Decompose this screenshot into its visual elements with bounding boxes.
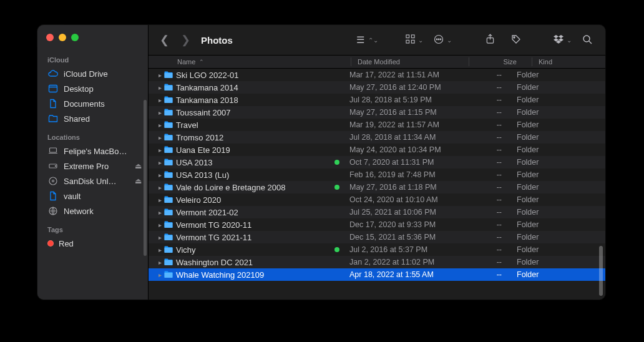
search-button[interactable] <box>577 34 598 46</box>
view-grid-button[interactable]: ⌄ <box>399 34 423 46</box>
sidebar-item[interactable]: Extreme Pro⏏ <box>37 159 148 173</box>
column-header-date[interactable]: Date Modified <box>358 58 469 66</box>
file-kind: Folder <box>517 158 605 167</box>
table-row[interactable]: ▸Toussaint 2007May 27, 2016 at 1:15 PM--… <box>149 106 605 119</box>
table-row[interactable]: ▸VichyJul 2, 2016 at 5:37 PM--Folder <box>149 243 605 256</box>
sidebar-item[interactable]: iCloud Drive <box>37 66 148 81</box>
table-row[interactable]: ▸Tankamana 2018Jul 28, 2018 at 5:19 PM--… <box>149 94 605 106</box>
table-row[interactable]: ▸Tromso 2012Jul 28, 2018 at 11:34 AM--Fo… <box>149 131 605 144</box>
maximize-button[interactable] <box>71 34 79 41</box>
desktop-icon <box>47 84 59 94</box>
sidebar-item[interactable]: Documents <box>37 96 148 111</box>
disclosure-triangle-icon[interactable]: ▸ <box>156 172 163 178</box>
folder-icon <box>163 132 176 142</box>
disclosure-triangle-icon[interactable]: ▸ <box>156 234 163 241</box>
table-row[interactable]: ▸USA 2013 (Lu)Feb 16, 2019 at 7:48 PM--F… <box>149 169 605 181</box>
sidebar-scrollbar[interactable] <box>144 100 147 256</box>
column-header-size[interactable]: Size <box>476 58 532 66</box>
file-date: Feb 16, 2019 at 7:48 PM <box>349 170 461 179</box>
dropbox-button[interactable]: ⌄ <box>548 35 572 46</box>
window-title: Photos <box>201 35 233 46</box>
disclosure-triangle-icon[interactable]: ▸ <box>156 84 163 91</box>
table-row[interactable]: ▸Veleiro 2020Oct 24, 2020 at 10:10 AM--F… <box>149 193 605 206</box>
sidebar-item[interactable]: Network <box>37 203 148 218</box>
disclosure-triangle-icon[interactable]: ▸ <box>156 122 163 129</box>
file-list[interactable]: ▸Ski LGO 2022-01Mar 17, 2022 at 11:51 AM… <box>149 69 605 300</box>
file-kind: Folder <box>517 233 605 242</box>
folder-icon <box>163 70 176 80</box>
table-row[interactable]: ▸Whale Watching 202109Apr 18, 2022 at 1:… <box>149 268 605 281</box>
sidebar: iCloudiCloud DriveDesktopDocumentsShared… <box>37 25 149 300</box>
sidebar-item[interactable]: Shared <box>37 111 148 126</box>
disclosure-triangle-icon[interactable]: ▸ <box>156 159 163 166</box>
tag-indicator-icon <box>334 160 339 165</box>
sidebar-section-label: iCloud <box>37 49 148 66</box>
action-menu-button[interactable]: ⌄ <box>428 34 452 46</box>
sidebar-item[interactable]: Red <box>37 236 148 251</box>
disclosure-triangle-icon[interactable]: ▸ <box>156 271 163 278</box>
folder-icon <box>163 120 176 130</box>
minimize-button[interactable] <box>59 34 66 41</box>
table-row[interactable]: ▸Uana Ete 2019May 24, 2020 at 10:34 PM--… <box>149 144 605 156</box>
disclosure-triangle-icon[interactable]: ▸ <box>156 209 163 216</box>
svg-point-14 <box>438 39 439 40</box>
disclosure-triangle-icon[interactable]: ▸ <box>156 109 163 116</box>
table-row[interactable]: ▸Tankamana 2014May 27, 2016 at 12:40 PM-… <box>149 81 605 94</box>
disclosure-triangle-icon[interactable]: ▸ <box>156 97 163 104</box>
eject-icon[interactable]: ⏏ <box>135 177 142 185</box>
file-size: -- <box>461 208 517 217</box>
eject-icon[interactable]: ⏏ <box>135 162 142 170</box>
ellipsis-circle-icon <box>428 34 449 46</box>
tags-button[interactable] <box>505 34 527 46</box>
file-kind: Folder <box>517 195 605 204</box>
sidebar-item[interactable]: Felipe's MacBo… <box>37 144 148 159</box>
close-button[interactable] <box>46 34 54 41</box>
disclosure-triangle-icon[interactable]: ▸ <box>156 184 163 191</box>
disclosure-triangle-icon[interactable]: ▸ <box>156 259 163 266</box>
globe-icon <box>47 206 59 216</box>
table-row[interactable]: ▸USA 2013Oct 7, 2020 at 11:31 PM--Folder <box>149 156 605 169</box>
table-row[interactable]: ▸Vale do Loire e Bretagne 2008May 27, 20… <box>149 181 605 193</box>
filelist-scrollbar[interactable] <box>599 246 603 296</box>
column-header-kind[interactable]: Kind <box>539 58 605 66</box>
file-name: Uana Ete 2019 <box>176 145 230 155</box>
sidebar-item[interactable]: Desktop <box>37 81 148 96</box>
file-date: Jul 28, 2018 at 5:19 PM <box>349 95 461 104</box>
sidebar-item-label: Felipe's MacBo… <box>64 147 142 156</box>
disclosure-triangle-icon[interactable]: ▸ <box>156 147 163 154</box>
table-row[interactable]: ▸Vermont TG 2021-11Dec 15, 2021 at 5:36 … <box>149 231 605 243</box>
file-date: Mar 19, 2022 at 11:57 AM <box>349 120 461 129</box>
table-row[interactable]: ▸Vermont 2021-02Jul 25, 2021 at 10:06 PM… <box>149 206 605 218</box>
disclosure-triangle-icon[interactable]: ▸ <box>156 247 163 253</box>
table-row[interactable]: ▸Washington DC 2021Jan 2, 2022 at 11:02 … <box>149 256 605 268</box>
file-kind: Folder <box>517 258 605 266</box>
disclosure-triangle-icon[interactable]: ▸ <box>156 197 163 203</box>
file-size: -- <box>461 133 517 142</box>
back-button[interactable]: ❮ <box>156 33 172 47</box>
file-name: Veleiro 2020 <box>176 195 221 205</box>
file-size: -- <box>461 183 517 192</box>
file-name: USA 2013 (Lu) <box>176 170 229 180</box>
sidebar-item[interactable]: vault <box>37 188 148 203</box>
column-header-name[interactable]: Name⌃ <box>177 58 351 66</box>
list-view-icon: ☰ <box>349 34 371 46</box>
chevron-updown-icon: ⌃⌄ <box>368 37 378 44</box>
table-row[interactable]: ▸Vermont TG 2020-11Dec 17, 2020 at 9:33 … <box>149 218 605 231</box>
forward-button[interactable]: ❯ <box>177 33 193 47</box>
file-name: Vale do Loire e Bretagne 2008 <box>176 183 285 192</box>
file-name: Ski LGO 2022-01 <box>176 71 238 80</box>
sidebar-item-label: iCloud Drive <box>64 69 142 79</box>
table-row[interactable]: ▸TravelMar 19, 2022 at 11:57 AM--Folder <box>149 119 605 131</box>
view-list-button[interactable]: ☰ ⌃⌄ <box>349 34 378 46</box>
file-date: May 27, 2016 at 1:15 PM <box>349 108 461 117</box>
disclosure-triangle-icon[interactable]: ▸ <box>156 222 163 228</box>
folder-icon <box>163 170 176 180</box>
sidebar-item[interactable]: SanDisk Unl…⏏ <box>37 173 148 188</box>
file-date: Oct 24, 2020 at 10:10 AM <box>349 195 461 204</box>
disclosure-triangle-icon[interactable]: ▸ <box>156 134 163 141</box>
disc-icon <box>47 176 59 186</box>
share-button[interactable] <box>479 34 500 46</box>
folder-icon <box>163 207 176 217</box>
disclosure-triangle-icon[interactable]: ▸ <box>156 72 163 79</box>
table-row[interactable]: ▸Ski LGO 2022-01Mar 17, 2022 at 11:51 AM… <box>149 69 605 81</box>
